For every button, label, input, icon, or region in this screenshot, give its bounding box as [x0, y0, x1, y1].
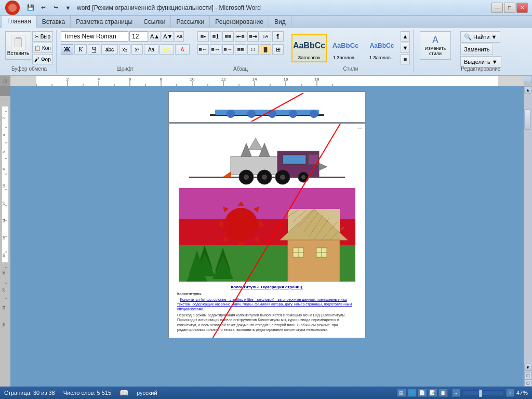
scroll-up-btn[interactable]: ▲ [524, 86, 531, 94]
increase-indent-btn[interactable]: ≡⇥ [247, 31, 259, 42]
show-marks-btn[interactable]: ¶ [272, 31, 284, 42]
underline-button[interactable]: Ч [88, 44, 100, 55]
scroll-thumb[interactable] [524, 109, 530, 130]
tab-home[interactable]: Главная [2, 16, 37, 28]
more-quick-btn[interactable]: ▼ [62, 3, 74, 13]
sort-btn[interactable]: ↕A [260, 31, 271, 42]
bullets-btn[interactable]: ≡• [197, 31, 209, 42]
maximize-button[interactable]: □ [504, 3, 515, 13]
italic-button[interactable]: К [74, 44, 87, 55]
superscript-button[interactable]: x² [131, 44, 143, 55]
cut-button[interactable]: ✂ Выр [32, 31, 53, 42]
ruler-left-corner[interactable]: ⊡ [0, 76, 10, 86]
redo-quick-btn[interactable]: ↪ [50, 3, 61, 13]
tab-mailings[interactable]: Рассылки [171, 16, 210, 28]
highlight-button[interactable]: ab [159, 44, 174, 55]
tab-insert[interactable]: Вставка [37, 16, 71, 28]
zoom-out-btn[interactable]: - [452, 389, 460, 397]
view-normal-btn[interactable]: ▤ [397, 389, 406, 397]
font-color-button[interactable]: A [175, 44, 190, 55]
shading-btn[interactable]: ▓ [260, 44, 271, 55]
svg-point-77 [244, 175, 249, 180]
zoom-slider-thumb[interactable] [479, 390, 482, 397]
ruler: ⊡ 2 4 6 8 10 12 14 [0, 76, 532, 86]
style-heading-btn[interactable]: AaBbCc Заголовок [291, 34, 327, 62]
replace-label: Заменить [464, 46, 489, 52]
page-main: ≡≡ [168, 124, 366, 338]
decrease-indent-btn[interactable]: ⇤≡ [235, 31, 246, 42]
undo-quick-btn[interactable]: ↩ [37, 3, 49, 13]
quick-access-toolbar: 💾 ↩ ↪ ▼ [25, 1, 74, 15]
styles-scroll: ▲ ▼ ≡ [401, 31, 410, 64]
minimize-button[interactable]: — [491, 3, 503, 13]
status-left: Страница: 30 из 38 Число слов: 5 515 📖 р… [4, 389, 157, 397]
tab-review[interactable]: Рецензирование [210, 16, 269, 28]
format-painter-button[interactable]: 🖌 Фор [32, 54, 53, 64]
view-print-btn[interactable]: 📄 [418, 389, 427, 397]
vruler-svg: 2 4 6 8 10 12 14 16 18 20 22 24 26 [0, 96, 10, 387]
font-size-box[interactable]: 12 [129, 31, 148, 42]
borders-btn[interactable]: ⊞ [272, 44, 284, 55]
select-arrow: ▼ [492, 59, 498, 65]
spell-check-icon[interactable]: 📖 [119, 389, 128, 397]
style-heading1-label: 1 Заголов... [333, 55, 358, 60]
view-outline-btn[interactable]: 📝 [428, 389, 437, 397]
align-center-btn[interactable]: ≡↔ [210, 44, 221, 55]
numbering-btn[interactable]: ≡1 [210, 31, 221, 42]
page-top-fragment [168, 91, 366, 123]
find-icon: 🔍 [464, 33, 472, 41]
view-draft-btn[interactable]: 📋 [438, 389, 448, 397]
svg-text:14: 14 [252, 77, 257, 82]
office-button[interactable] [5, 1, 20, 15]
style-heading2-btn[interactable]: AaBbCc 1 Заголов... [364, 34, 400, 62]
replace-button[interactable]: Заменить [460, 44, 493, 55]
scroll-page-down-btn[interactable]: ⊡ [524, 379, 531, 387]
copy-button[interactable]: 📋 Коп [32, 43, 53, 53]
font-name-box[interactable]: Times New Roman [61, 31, 128, 42]
bold-button[interactable]: Ж [61, 44, 73, 55]
save-quick-btn[interactable]: 💾 [25, 3, 36, 13]
tab-view[interactable]: Вид [269, 16, 291, 28]
svg-point-62 [289, 110, 297, 118]
paste-button[interactable]: Вставить [5, 31, 31, 60]
tab-page-layout[interactable]: Разметка страницы [71, 16, 138, 28]
ruler-right-corner [524, 76, 532, 83]
close-button[interactable]: ✕ [516, 3, 528, 13]
svg-point-86 [224, 208, 258, 241]
font-size-down-btn[interactable]: A▼ [162, 31, 174, 42]
style-heading1-btn[interactable]: AaBbCc 1 Заголов... [328, 34, 363, 62]
scroll-page-up-btn[interactable]: ⊡ [524, 372, 531, 379]
svg-text:12: 12 [2, 202, 6, 206]
subscript-button[interactable]: x₂ [119, 44, 130, 55]
scroll-down-btn[interactable]: ▼ [524, 364, 531, 371]
zoom-slider[interactable] [462, 390, 504, 395]
vertical-scrollbar[interactable]: ▲ ▼ ⊡ ⊡ [524, 86, 532, 387]
strikethrough-button[interactable]: abc [101, 44, 118, 55]
svg-rect-69 [283, 155, 306, 164]
doc-para2: Переход в режим редактирования колонтиту… [177, 313, 357, 331]
train-svg [179, 128, 355, 185]
zoom-in-btn[interactable]: + [506, 389, 514, 397]
scene-svg [179, 188, 355, 282]
justify-btn[interactable]: ≡≡ [235, 44, 246, 55]
line-spacing-btn[interactable]: ↕↕ [247, 44, 259, 55]
svg-rect-106 [288, 240, 340, 282]
align-left-btn[interactable]: ≡← [197, 44, 209, 55]
svg-text:18: 18 [315, 77, 320, 82]
styles-down-btn[interactable]: ▼ [401, 43, 410, 53]
tab-references[interactable]: Ссылки [138, 16, 171, 28]
align-right-btn[interactable]: ≡→ [222, 44, 234, 55]
group-styles: AaBbCc Заголовок AaBbCc 1 Заголов... AaB… [288, 30, 414, 73]
text-effects-button[interactable]: Aa [144, 44, 158, 55]
find-button[interactable]: 🔍 Найти ▼ [460, 31, 500, 43]
multilevel-btn[interactable]: ≡≡ [222, 31, 234, 42]
change-styles-btn[interactable]: A Изменить стили [420, 31, 451, 60]
styles-up-btn[interactable]: ▲ [401, 31, 410, 42]
styles-more-btn[interactable]: ≡ [401, 54, 410, 64]
svg-marker-73 [249, 138, 262, 150]
view-web-btn[interactable]: 🌐 [407, 389, 417, 397]
font-size-up-btn[interactable]: A▲ [149, 31, 161, 42]
group-font: Times New Roman 12 A▲ A▼ Aa Ж К Ч abc x₂… [58, 30, 193, 73]
clear-format-btn[interactable]: Aa [175, 31, 184, 42]
font-label: Шрифт [117, 66, 134, 72]
